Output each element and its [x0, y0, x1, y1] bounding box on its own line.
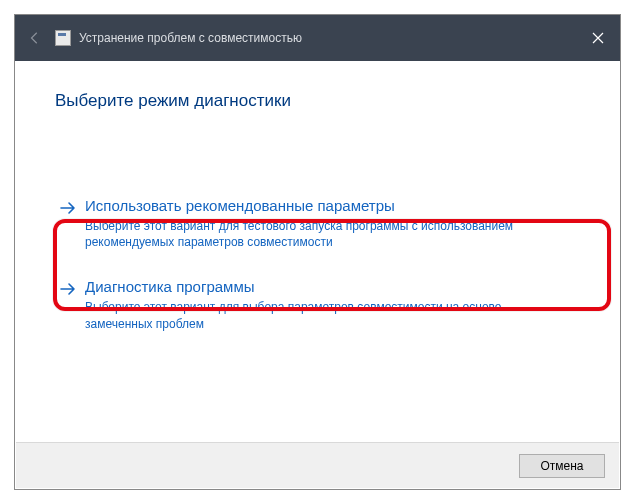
option-title: Использовать рекомендованные параметры — [85, 197, 555, 214]
option-title: Диагностика программы — [85, 278, 555, 295]
back-button[interactable] — [15, 31, 55, 45]
option-description: Выберите этот вариант для выбора парамет… — [85, 299, 555, 331]
option-text: Диагностика программы Выберите этот вари… — [85, 278, 555, 331]
cancel-button[interactable]: Отмена — [519, 454, 605, 478]
wizard-window: Устранение проблем с совместимостью Выбе… — [14, 14, 621, 490]
option-text: Использовать рекомендованные параметры В… — [85, 197, 555, 250]
close-icon — [592, 32, 604, 44]
option-program-diagnostics[interactable]: Диагностика программы Выберите этот вари… — [55, 272, 580, 341]
option-recommended-settings[interactable]: Использовать рекомендованные параметры В… — [55, 191, 580, 260]
content-area: Выберите режим диагностики Использовать … — [15, 61, 620, 441]
window-title: Устранение проблем с совместимостью — [79, 31, 576, 45]
arrow-right-icon — [59, 199, 77, 221]
arrow-right-icon — [59, 280, 77, 302]
option-description: Выберите этот вариант для тестового запу… — [85, 218, 555, 250]
close-button[interactable] — [576, 15, 620, 61]
titlebar: Устранение проблем с совместимостью — [15, 15, 620, 61]
back-arrow-icon — [28, 31, 42, 45]
wizard-icon — [55, 30, 71, 46]
page-heading: Выберите режим диагностики — [55, 91, 580, 111]
footer: Отмена — [16, 442, 619, 488]
